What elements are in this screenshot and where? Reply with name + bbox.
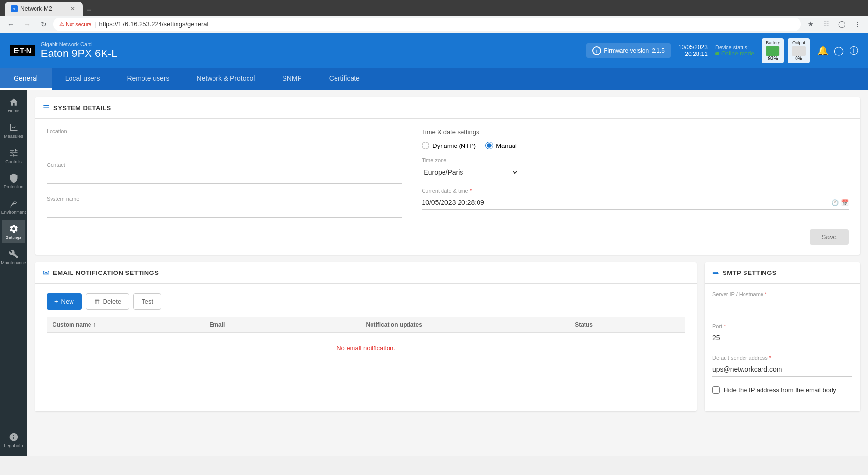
default-sender-label: Default sender address * [712, 355, 852, 361]
delete-button[interactable]: 🗑 Delete [86, 293, 130, 310]
datetime-input[interactable] [422, 199, 827, 206]
eaton-logo: E·T·N [10, 45, 35, 56]
tab-general[interactable]: General [0, 68, 52, 90]
forward-button[interactable]: → [20, 18, 34, 31]
default-sender-input[interactable] [712, 363, 852, 377]
bookmark-button[interactable]: ★ [804, 18, 817, 31]
sidebar-item-controls[interactable]: Controls [2, 144, 25, 167]
home-icon [9, 97, 18, 107]
smtp-header: ➡ SMTP SETTINGS [705, 262, 860, 284]
system-name-input[interactable] [47, 203, 402, 218]
smtp-title: SMTP SETTINGS [723, 269, 777, 276]
sidebar-item-home[interactable]: Home [2, 93, 25, 117]
address-bar[interactable]: ⚠ Not secure | https://176.16.253.224/se… [53, 18, 801, 31]
email-notification-body: + New 🗑 Delete Test [35, 284, 697, 373]
email-notification-title: EMAIL NOTIFICATION SETTINGS [53, 269, 159, 276]
warning-icon: ⚠ [59, 21, 64, 27]
brand-title: Eaton 9PX 6K-L [41, 47, 118, 60]
empty-table-message: No email notification. [47, 333, 685, 364]
tab-local-users[interactable]: Local users [52, 68, 114, 90]
tab-snmp[interactable]: SNMP [268, 68, 315, 90]
new-tab-button[interactable]: + [87, 5, 92, 16]
port-input[interactable] [712, 331, 852, 345]
server-ip-input[interactable] [712, 299, 852, 313]
port-field: Port * [712, 323, 852, 345]
address-bar-row: ← → ↻ ⚠ Not secure | https://176.16.253.… [0, 16, 868, 33]
battery-bar [766, 46, 780, 56]
col-email: Email [209, 321, 366, 328]
battery-fill [766, 46, 779, 56]
system-details-icon: ☰ [43, 103, 50, 112]
info-icon: i [592, 46, 601, 55]
active-tab[interactable]: N Network-M2 ✕ [5, 2, 83, 16]
sidebar-item-environment[interactable]: Environment [2, 195, 25, 218]
battery-output: Battery 93% Output 0% [762, 38, 810, 63]
sidebar-item-legal[interactable]: Legal info [2, 428, 25, 452]
menu-button[interactable]: ⋮ [850, 18, 864, 31]
hide-ip-checkbox[interactable] [712, 386, 720, 394]
datetime-icons: 🕐 📅 [831, 199, 849, 206]
location-input[interactable] [47, 136, 402, 150]
port-label: Port * [712, 323, 852, 329]
sidebar-item-measures[interactable]: Measures [2, 119, 25, 142]
ntp-radio-item[interactable]: Dynamic (NTP) [422, 142, 476, 149]
user-icon[interactable]: ◯ [834, 45, 844, 56]
security-warning: ⚠ Not secure [59, 21, 91, 27]
status-dot [715, 52, 719, 55]
trash-icon: 🗑 [94, 298, 100, 305]
system-name-label: System name [47, 196, 402, 201]
date-display: 10/05/2023 [678, 44, 708, 51]
help-icon[interactable]: ⓘ [850, 45, 858, 56]
server-ip-label: Server IP / Hostname * [712, 292, 852, 297]
sidebar-item-maintenance[interactable]: Maintenance [2, 245, 25, 269]
online-mode-text: Online mode [721, 50, 754, 57]
form-actions: Save [47, 221, 849, 245]
battery-label: Battery [766, 40, 780, 45]
form-left: Location Contact System name [47, 128, 402, 218]
contact-field-group: Contact [47, 162, 402, 184]
tab-certificate[interactable]: Certificate [316, 68, 373, 90]
save-button[interactable]: Save [810, 229, 849, 245]
timezone-select[interactable]: Europe/Paris [422, 165, 519, 180]
manual-radio-item[interactable]: Manual [485, 142, 517, 149]
tab-remote-users[interactable]: Remote users [113, 68, 183, 90]
col-notification-updates: Notification updates [366, 321, 575, 328]
contact-label: Contact [47, 162, 402, 168]
firmware-version: 2.1.5 [652, 47, 665, 54]
test-button[interactable]: Test [133, 293, 161, 310]
bell-icon[interactable]: 🔔 [817, 45, 828, 56]
output-block: Output 0% [788, 38, 810, 63]
brand-subtitle: Gigabit Network Card [41, 41, 118, 47]
brand-info: Gigabit Network Card Eaton 9PX 6K-L [41, 41, 118, 60]
datetime-field-group: Current date & time * 🕐 📅 [422, 188, 849, 210]
tab-close-icon[interactable]: ✕ [69, 5, 77, 13]
svg-text:N: N [12, 7, 15, 11]
contact-input[interactable] [47, 170, 402, 184]
calendar-icon[interactable]: 📅 [841, 199, 849, 206]
datetime-label: Current date & time * [422, 188, 849, 194]
refresh-button[interactable]: ↻ [37, 18, 51, 31]
profile-button[interactable]: ◯ [835, 18, 849, 31]
form-right: Time & date settings Dynamic (NTP) Manua… [422, 128, 849, 218]
ntp-label: Dynamic (NTP) [432, 142, 476, 149]
sidebar-item-settings[interactable]: Settings [2, 220, 25, 243]
settings-icon [9, 224, 18, 234]
tab-favicon: N [11, 5, 18, 12]
email-icon: ✉ [43, 268, 49, 277]
datetime-info: 10/05/2023 20:28:11 [678, 44, 708, 57]
sidebar-item-protection[interactable]: Protection [2, 169, 25, 193]
back-button[interactable]: ← [4, 18, 18, 31]
table-header: Custom name ↑ Email Notification updates… [47, 317, 685, 333]
manual-radio[interactable] [485, 142, 493, 149]
tab-network-protocol[interactable]: Network & Protocol [183, 68, 269, 90]
shield-icon [9, 173, 18, 183]
new-button[interactable]: + New [47, 293, 82, 310]
tab-search-button[interactable]: ☷ [819, 18, 833, 31]
sort-icon: ↑ [93, 321, 96, 328]
hide-ip-label[interactable]: Hide the IP address from the email body [712, 386, 852, 394]
ntp-radio[interactable] [422, 142, 429, 149]
clock-icon[interactable]: 🕐 [831, 199, 839, 206]
email-section: ✉ EMAIL NOTIFICATION SETTINGS + New 🗑 De… [35, 262, 860, 411]
address-bar-actions: ★ ☷ ◯ ⋮ [804, 18, 864, 31]
battery-block: Battery 93% [762, 38, 784, 63]
